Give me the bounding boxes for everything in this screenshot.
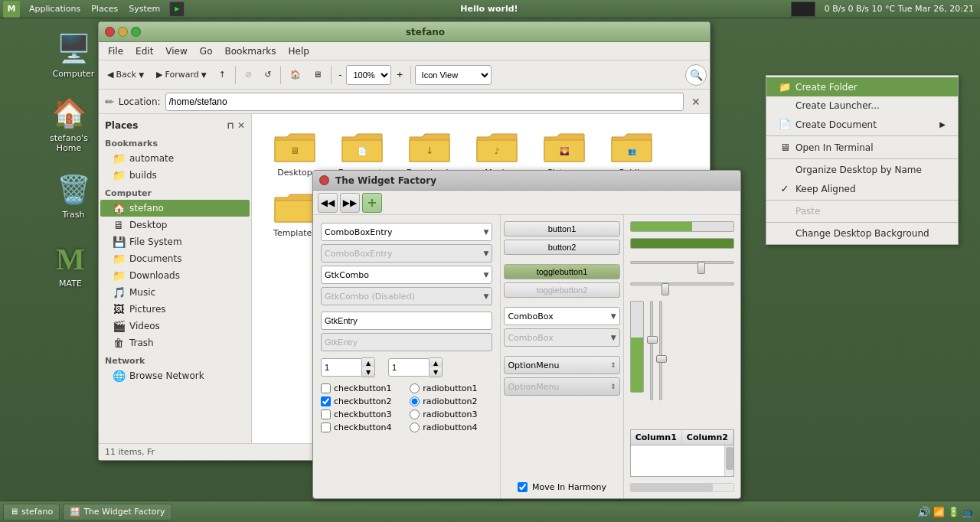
- sidebar-item-stefano[interactable]: 🏠 stefano: [100, 200, 250, 217]
- wf-tree-scrollbar-thumb[interactable]: [726, 447, 733, 470]
- terminal-icon[interactable]: ▶: [169, 2, 185, 17]
- wf-vslider2-handle[interactable]: [656, 355, 667, 363]
- wf-gtkcombo-2[interactable]: GtkCombo (Disabled) ▼: [321, 287, 492, 305]
- wf-comboboxentry-2[interactable]: ComboBoxEntry ▼: [321, 244, 492, 263]
- sidebar-item-videos[interactable]: 🎬 Videos: [100, 318, 250, 334]
- up-button[interactable]: ↑: [214, 64, 231, 86]
- wf-vslider2[interactable]: [659, 301, 662, 408]
- wf-optionmenu-2[interactable]: OptionMenu ⇕: [504, 377, 619, 396]
- wf-add-button[interactable]: +: [362, 193, 382, 213]
- home-btn[interactable]: 🏠: [285, 64, 306, 86]
- wf-spinner-2-down[interactable]: ▼: [430, 367, 442, 377]
- wf-spinner-1-up[interactable]: ▲: [362, 358, 374, 367]
- desktop-icon-mate[interactable]: M MATE: [40, 237, 101, 292]
- sidebar-close-icon[interactable]: ✕: [237, 120, 245, 131]
- wf-combobox-2[interactable]: ComboBox ▼: [504, 328, 619, 347]
- checkbutton4[interactable]: [321, 422, 331, 432]
- wf-button1[interactable]: button1: [504, 221, 619, 237]
- trash-nav-label: Trash: [129, 338, 154, 348]
- ctx-organize[interactable]: Organize Desktop by Name: [766, 161, 958, 179]
- sidebar-item-documents[interactable]: 📁 Documents: [100, 250, 250, 267]
- radiobutton1[interactable]: [410, 383, 420, 393]
- ctx-create-launcher[interactable]: Create Launcher...: [766, 96, 958, 115]
- wf-tree-hscrollbar[interactable]: [630, 483, 734, 492]
- wf-prev-button[interactable]: ◀◀: [318, 193, 338, 213]
- wf-slider-h1[interactable]: [630, 255, 734, 270]
- wf-togglebutton2[interactable]: togglebutton2: [504, 282, 619, 298]
- wf-slider-h1-handle[interactable]: [697, 262, 705, 274]
- forward-button[interactable]: ▶ Forward ▼: [151, 64, 212, 86]
- window-maximize-button[interactable]: [131, 27, 141, 37]
- taskbar-btn-widget-factory[interactable]: 🪟 The Widget Factory: [63, 504, 172, 520]
- sidebar-collapse-icon[interactable]: ⊓: [227, 120, 234, 131]
- sidebar-item-desktop[interactable]: 🖥 Desktop: [100, 217, 250, 233]
- menu-help[interactable]: Help: [283, 44, 315, 58]
- radiobutton2[interactable]: [410, 396, 420, 406]
- sidebar-item-automate[interactable]: 📁 automate: [100, 150, 250, 167]
- desktop-icon-trash[interactable]: 🗑️ Trash: [43, 168, 104, 223]
- sidebar-item-downloads[interactable]: 📁 Downloads: [100, 267, 250, 284]
- wf-slider-h2-handle[interactable]: [662, 283, 669, 295]
- search-button[interactable]: 🔍: [685, 64, 707, 86]
- menu-bookmarks[interactable]: Bookmarks: [218, 44, 282, 58]
- taskbar-places[interactable]: Places: [87, 2, 122, 15]
- radiobutton3[interactable]: [410, 409, 420, 419]
- taskbar-applications[interactable]: Applications: [24, 2, 85, 15]
- ctx-create-document[interactable]: 📄 Create Document ▶: [766, 115, 958, 134]
- desktop-icon-computer[interactable]: 🖥️ Computer: [43, 28, 104, 82]
- checkbutton1[interactable]: [321, 383, 331, 393]
- desktop-icon-home[interactable]: 🏠 stefano's Home: [38, 92, 100, 156]
- window-minimize-button[interactable]: [118, 27, 128, 37]
- wf-combobox-1[interactable]: ComboBox ▼: [504, 307, 619, 325]
- wf-slider-h2[interactable]: [630, 276, 734, 292]
- location-clear-button[interactable]: ✕: [688, 94, 704, 109]
- wf-togglebutton1[interactable]: togglebutton1: [504, 264, 619, 279]
- wf-next-button[interactable]: ▶▶: [340, 193, 360, 213]
- ctx-create-folder[interactable]: 📁 Create Folder: [766, 77, 958, 96]
- mate-menu-icon[interactable]: M: [3, 1, 20, 18]
- taskbar-system[interactable]: System: [124, 2, 165, 15]
- wf-harmony-checkbox[interactable]: [518, 482, 528, 492]
- wf-tree-hscrollbar-thumb[interactable]: [631, 484, 714, 491]
- menu-edit[interactable]: Edit: [129, 44, 159, 58]
- wf-gtkcombo-1[interactable]: GtkCombo ▼: [321, 266, 492, 284]
- reload-button[interactable]: ↺: [259, 64, 276, 86]
- back-button[interactable]: ◀ Back ▼: [102, 64, 149, 86]
- sidebar-item-builds[interactable]: 📁 builds: [100, 167, 250, 184]
- sidebar-item-music[interactable]: 🎵 Music: [100, 284, 250, 301]
- ctx-change-background[interactable]: Change Desktop Background: [766, 224, 958, 243]
- menu-go[interactable]: Go: [194, 44, 219, 58]
- wf-spinner-2-input[interactable]: [388, 358, 430, 377]
- wf-optionmenu-1[interactable]: OptionMenu ⇕: [504, 356, 619, 374]
- sidebar-item-browse-network[interactable]: 🌐 Browse Network: [100, 367, 250, 384]
- stop-button[interactable]: ⊘: [240, 64, 257, 86]
- menu-file[interactable]: File: [102, 44, 129, 58]
- sidebar-item-pictures[interactable]: 🖼 Pictures: [100, 301, 250, 318]
- ctx-keep-aligned[interactable]: ✓ Keep Aligned: [766, 179, 958, 198]
- checkbutton2[interactable]: [321, 396, 331, 406]
- zoom-select[interactable]: 100% 75% 150%: [346, 65, 391, 85]
- wf-button2[interactable]: button2: [504, 240, 619, 255]
- window-close-button[interactable]: [105, 27, 115, 37]
- wf-spinner-1-input[interactable]: [321, 358, 362, 377]
- computer-nav-btn[interactable]: 🖥: [308, 64, 327, 86]
- wf-comboboxentry-1[interactable]: ComboBoxEntry ▼: [321, 223, 492, 241]
- wf-gtkentry-1[interactable]: [321, 312, 492, 330]
- location-input[interactable]: [165, 93, 684, 111]
- wf-tree-scrollbar[interactable]: [724, 445, 733, 477]
- menu-view[interactable]: View: [159, 44, 193, 58]
- ctx-paste[interactable]: Paste: [766, 202, 958, 220]
- sidebar-item-trash[interactable]: 🗑 Trash: [100, 334, 250, 351]
- taskbar-btn-stefano[interactable]: 🖥 stefano: [3, 504, 60, 520]
- wf-spinner-1-down[interactable]: ▼: [362, 367, 374, 377]
- ctx-open-terminal[interactable]: 🖥 Open In Terminal: [766, 138, 958, 157]
- radiobutton4[interactable]: [410, 422, 420, 432]
- sidebar-item-filesystem[interactable]: 💾 File System: [100, 233, 250, 250]
- checkbutton3[interactable]: [321, 409, 331, 419]
- wf-vslider1[interactable]: [650, 301, 653, 408]
- view-select[interactable]: Icon View List View Compact View: [415, 65, 492, 85]
- wf-vslider1-handle[interactable]: [647, 336, 658, 344]
- wf-close-button[interactable]: [319, 175, 329, 185]
- wf-spinner-2-up[interactable]: ▲: [430, 358, 442, 367]
- wf-gtkentry-2[interactable]: [321, 333, 492, 351]
